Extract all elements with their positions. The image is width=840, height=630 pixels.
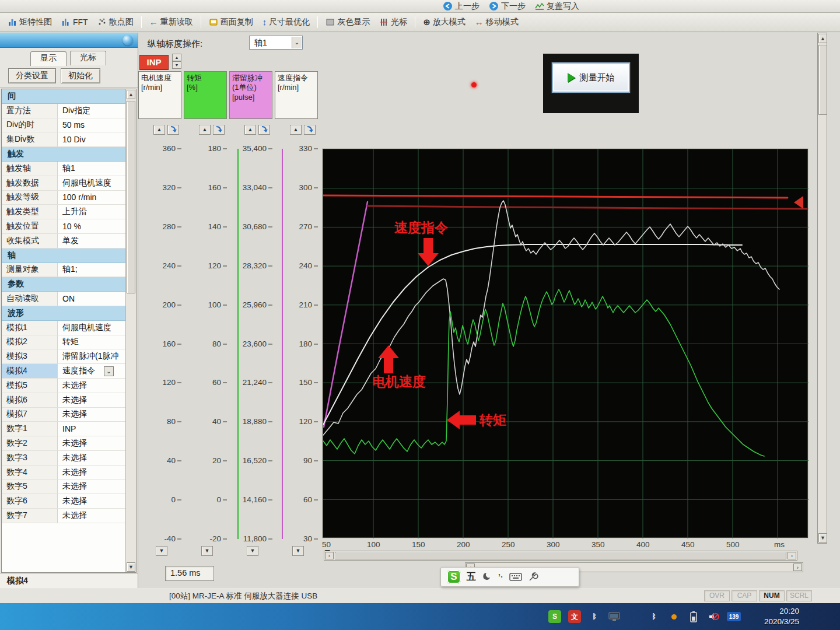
grid-row-数字5[interactable]: 数字5未选择 [2, 480, 125, 495]
spin-down-icon[interactable]: ▼ [172, 61, 181, 69]
grid-row-数字3[interactable]: 数字3未选择 [2, 451, 125, 466]
toolbar-13-button[interactable]: ⊕放大模式 [419, 15, 470, 29]
toolbar-11-button[interactable]: 光标 [375, 15, 411, 29]
scroll-right-icon[interactable]: › [788, 552, 796, 559]
moon-icon[interactable] [482, 572, 492, 582]
grid-row-触发类型[interactable]: 触发类型上升沿 [2, 205, 125, 219]
vscroll-down-icon[interactable]: ▼ [818, 533, 827, 542]
grid-row-模拟6[interactable]: 模拟6未选择 [2, 393, 125, 408]
ime-toolbar[interactable]: S 五 ’· [440, 567, 579, 587]
scale-down-icon[interactable]: ▼ [292, 546, 304, 556]
grid-row-value: 轴1; [58, 264, 125, 275]
chevron-down-icon[interactable]: ⌄ [104, 366, 114, 376]
toolbar-top-1-button[interactable]: 上一步 [439, 0, 484, 13]
scale-auto-icon[interactable] [304, 125, 316, 135]
keyboard-icon[interactable] [509, 572, 522, 582]
scroll-down-icon[interactable]: ▼ [127, 562, 135, 572]
status-dot-icon[interactable] [667, 610, 680, 623]
toolbar-3-button[interactable]: 散点图 [93, 15, 138, 29]
waveform-chart[interactable]: 速度指令电机速度转矩 [323, 149, 808, 538]
hscroll-thumb[interactable] [335, 552, 786, 559]
refresh-icon[interactable] [123, 35, 133, 46]
grid-row-收集模式[interactable]: 收集模式单发 [2, 234, 125, 249]
grid-row-置方法[interactable]: 置方法Div指定 [2, 104, 125, 118]
toolbar-2-button[interactable]: FFT [57, 16, 92, 29]
toolbar-top-3-button[interactable]: 复盖写入 [531, 0, 583, 13]
grid-row-模拟1[interactable]: 模拟1伺服电机速度 [2, 321, 125, 335]
grid-row-自动读取[interactable]: 自动读取ON [2, 292, 125, 306]
button-初始化[interactable]: 初始化 [61, 68, 100, 83]
toolbar-8-button[interactable]: ↕尺寸最优化 [258, 15, 314, 29]
display-icon[interactable] [608, 610, 621, 623]
scale-auto-icon[interactable] [258, 125, 270, 135]
button-分类设置[interactable]: 分类设置 [8, 68, 56, 83]
toolbar-14-button[interactable]: ↔移动模式 [471, 15, 523, 29]
toolbar-10-button[interactable]: 灰色显示 [321, 15, 374, 29]
badge-139[interactable]: 139 [727, 612, 741, 621]
toolbar-1-button[interactable]: 矩特性图 [4, 15, 56, 29]
scale-down-icon[interactable]: ▼ [201, 546, 213, 556]
toolbar-top-2-button[interactable]: 下一步 [485, 0, 530, 13]
tab-光标[interactable]: 光标 [70, 51, 106, 65]
grid-row-模拟5[interactable]: 模拟5未选择 [2, 379, 125, 393]
volume-muted-icon[interactable] [707, 610, 720, 623]
chevron-down-icon[interactable]: ⌄ [292, 37, 302, 48]
grid-row-模拟2[interactable]: 模拟2转矩 [2, 335, 125, 350]
spin-up-icon[interactable]: ▲ [172, 54, 181, 61]
grid-row-数字7[interactable]: 数字7未选择 [2, 509, 125, 523]
bluetooth-icon[interactable]: ᛒ [588, 610, 601, 623]
taskbar[interactable]: S文ᛒᛒ139 20:20 2020/3/25 [0, 603, 840, 630]
channel-header-速度指令[interactable]: 速度指令[r/min] [275, 71, 318, 119]
grid-row-模拟4[interactable]: 模拟4速度指令⌄ [2, 364, 125, 379]
grid-row-触发数据[interactable]: 触发数据伺服电机速度 [2, 176, 125, 191]
start-measure-button[interactable]: 测量开始 [552, 62, 630, 93]
scroll-right2-icon[interactable]: › [793, 564, 802, 571]
grid-row-触发位置[interactable]: 触发位置10 % [2, 219, 125, 234]
scale-up-icon[interactable]: ▲ [153, 125, 165, 135]
taskbar-clock[interactable]: 20:20 2020/3/25 [764, 606, 799, 627]
grid-row-模拟7[interactable]: 模拟7未选择 [2, 408, 125, 422]
grid-row-数字1[interactable]: 数字1INP [2, 422, 125, 436]
scale-down-icon[interactable]: ▼ [156, 546, 167, 556]
sogou-logo-icon[interactable]: S [447, 570, 461, 584]
grid-row-触发轴[interactable]: 触发轴轴1 [2, 162, 125, 176]
scroll-up-icon[interactable]: ▲ [127, 90, 135, 99]
scale-up-icon[interactable]: ▲ [199, 125, 211, 135]
vscroll-up-icon[interactable]: ▲ [818, 34, 827, 43]
toolbar-5-button[interactable]: ←重新读取 [145, 15, 197, 29]
tab-显示[interactable]: 显示 [30, 51, 66, 66]
scale-auto-icon[interactable] [167, 125, 179, 135]
bluetooth2-icon[interactable]: ᛒ [648, 610, 660, 623]
grid-row-集Div数[interactable]: 集Div数10 Div [2, 132, 125, 147]
chart-vscrollbar[interactable]: ▲ ▼ [817, 33, 827, 544]
chart-hscrollbar[interactable]: ‹ › [324, 551, 797, 561]
grid-row-测量对象[interactable]: 测量对象轴1; [2, 263, 125, 278]
sogou-tray-icon[interactable]: S [548, 610, 561, 623]
toolbar-7-button[interactable]: 画面复制 [205, 15, 257, 29]
network-app-icon[interactable] [628, 610, 640, 623]
punctuation-icon[interactable]: ’· [498, 572, 503, 582]
channel-header-转矩[interactable]: 转矩[%] [184, 71, 227, 119]
settings-scrollbar[interactable]: ▲ ▼ [125, 89, 136, 572]
channel-header-滞留脉冲[interactable]: 滞留脉冲(1单位)[pulse] [229, 71, 272, 119]
grid-row-数字2[interactable]: 数字2未选择 [2, 436, 125, 451]
wubi-mode-label[interactable]: 五 [467, 571, 476, 583]
channel-header-电机速度[interactable]: 电机速度[r/min] [138, 71, 181, 119]
scrollbar-thumb[interactable] [127, 101, 135, 293]
vscroll-thumb[interactable] [818, 45, 827, 115]
battery-icon[interactable] [687, 610, 700, 623]
axis-select-dropdown[interactable]: 轴1 ⌄ [249, 36, 303, 50]
inp-spinner[interactable]: ▲ ▼ [172, 54, 181, 70]
scale-down-icon[interactable]: ▼ [247, 546, 258, 556]
grid-row-Div的时[interactable]: Div的时50 ms [2, 118, 125, 133]
grid-row-触发等级[interactable]: 触发等级100 r/min [2, 191, 125, 205]
scale-up-icon[interactable]: ▲ [290, 125, 302, 135]
scale-up-icon[interactable]: ▲ [244, 125, 256, 135]
ime-wubi-icon[interactable]: 文 [568, 610, 581, 623]
grid-row-模拟3[interactable]: 模拟3滞留脉冲(1脉冲 [2, 349, 125, 364]
grid-row-数字4[interactable]: 数字4未选择 [2, 466, 125, 480]
scroll-left-icon[interactable]: ‹ [325, 552, 334, 559]
grid-row-数字6[interactable]: 数字6未选择 [2, 494, 125, 509]
wrench-icon[interactable] [528, 572, 538, 582]
scale-auto-icon[interactable] [213, 125, 225, 135]
